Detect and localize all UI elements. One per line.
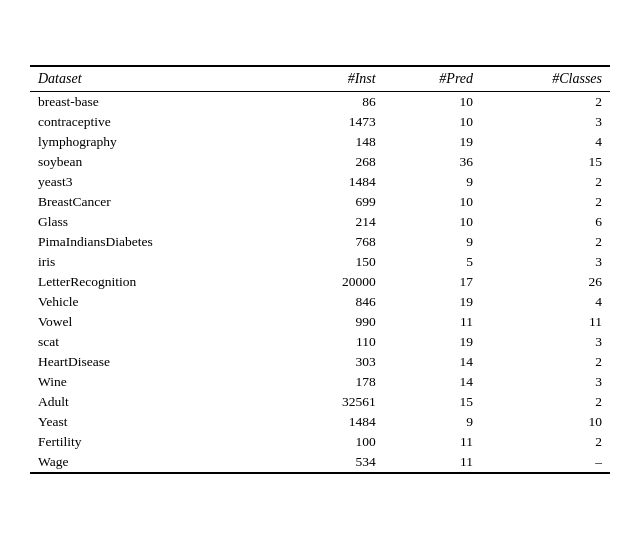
cell-pred: 10 <box>384 112 481 132</box>
cell-inst: 110 <box>286 332 383 352</box>
table-row: Fertility100112 <box>30 432 610 452</box>
table-row: contraceptive1473103 <box>30 112 610 132</box>
cell-inst: 699 <box>286 192 383 212</box>
cell-pred: 11 <box>384 312 481 332</box>
cell-classes: 2 <box>481 232 610 252</box>
cell-pred: 11 <box>384 452 481 473</box>
cell-dataset: Yeast <box>30 412 286 432</box>
cell-inst: 1484 <box>286 412 383 432</box>
table-row: Glass214106 <box>30 212 610 232</box>
table-row: Adult32561152 <box>30 392 610 412</box>
cell-dataset: HeartDisease <box>30 352 286 372</box>
cell-inst: 20000 <box>286 272 383 292</box>
cell-classes: 3 <box>481 372 610 392</box>
cell-inst: 768 <box>286 232 383 252</box>
table-row: iris15053 <box>30 252 610 272</box>
table-row: lymphography148194 <box>30 132 610 152</box>
cell-dataset: PimaIndiansDiabetes <box>30 232 286 252</box>
cell-inst: 148 <box>286 132 383 152</box>
table-row: breast-base86102 <box>30 92 610 113</box>
cell-inst: 178 <box>286 372 383 392</box>
cell-dataset: iris <box>30 252 286 272</box>
table-row: PimaIndiansDiabetes76892 <box>30 232 610 252</box>
cell-classes: 2 <box>481 192 610 212</box>
cell-inst: 150 <box>286 252 383 272</box>
cell-dataset: Vehicle <box>30 292 286 312</box>
cell-inst: 214 <box>286 212 383 232</box>
table-row: Wine178143 <box>30 372 610 392</box>
cell-classes: 3 <box>481 252 610 272</box>
cell-dataset: Adult <box>30 392 286 412</box>
cell-dataset: yeast3 <box>30 172 286 192</box>
table-row: Wage53411– <box>30 452 610 473</box>
cell-inst: 86 <box>286 92 383 113</box>
cell-pred: 14 <box>384 372 481 392</box>
table-row: Vehicle846194 <box>30 292 610 312</box>
cell-inst: 534 <box>286 452 383 473</box>
cell-classes: 15 <box>481 152 610 172</box>
cell-classes: 4 <box>481 132 610 152</box>
cell-inst: 303 <box>286 352 383 372</box>
cell-inst: 1473 <box>286 112 383 132</box>
cell-pred: 9 <box>384 412 481 432</box>
cell-classes: 2 <box>481 352 610 372</box>
table-row: LetterRecognition200001726 <box>30 272 610 292</box>
cell-inst: 846 <box>286 292 383 312</box>
cell-classes: 6 <box>481 212 610 232</box>
cell-dataset: contraceptive <box>30 112 286 132</box>
header-pred: #Pred <box>384 66 481 92</box>
table-container: Dataset #Inst #Pred #Classes breast-base… <box>30 65 610 474</box>
table-row: BreastCancer699102 <box>30 192 610 212</box>
cell-dataset: Fertility <box>30 432 286 452</box>
cell-dataset: Wine <box>30 372 286 392</box>
cell-inst: 32561 <box>286 392 383 412</box>
cell-inst: 100 <box>286 432 383 452</box>
table-row: yeast3148492 <box>30 172 610 192</box>
cell-dataset: Glass <box>30 212 286 232</box>
cell-inst: 990 <box>286 312 383 332</box>
cell-dataset: BreastCancer <box>30 192 286 212</box>
cell-classes: 3 <box>481 332 610 352</box>
cell-pred: 11 <box>384 432 481 452</box>
cell-dataset: Vowel <box>30 312 286 332</box>
cell-classes: 2 <box>481 92 610 113</box>
cell-dataset: LetterRecognition <box>30 272 286 292</box>
cell-classes: 4 <box>481 292 610 312</box>
cell-pred: 36 <box>384 152 481 172</box>
cell-dataset: breast-base <box>30 92 286 113</box>
table-row: soybean2683615 <box>30 152 610 172</box>
cell-pred: 19 <box>384 292 481 312</box>
cell-classes: 26 <box>481 272 610 292</box>
cell-classes: 2 <box>481 172 610 192</box>
cell-pred: 14 <box>384 352 481 372</box>
cell-classes: 3 <box>481 112 610 132</box>
cell-classes: 11 <box>481 312 610 332</box>
cell-pred: 19 <box>384 332 481 352</box>
cell-classes: 2 <box>481 392 610 412</box>
cell-pred: 15 <box>384 392 481 412</box>
header-dataset: Dataset <box>30 66 286 92</box>
cell-pred: 9 <box>384 232 481 252</box>
cell-classes: 10 <box>481 412 610 432</box>
table-row: Vowel9901111 <box>30 312 610 332</box>
table-row: scat110193 <box>30 332 610 352</box>
header-inst: #Inst <box>286 66 383 92</box>
cell-dataset: soybean <box>30 152 286 172</box>
cell-dataset: lymphography <box>30 132 286 152</box>
cell-pred: 10 <box>384 192 481 212</box>
cell-classes: 2 <box>481 432 610 452</box>
cell-pred: 5 <box>384 252 481 272</box>
table-header-row: Dataset #Inst #Pred #Classes <box>30 66 610 92</box>
data-table: Dataset #Inst #Pred #Classes breast-base… <box>30 65 610 474</box>
cell-pred: 10 <box>384 212 481 232</box>
cell-inst: 268 <box>286 152 383 172</box>
cell-dataset: scat <box>30 332 286 352</box>
cell-dataset: Wage <box>30 452 286 473</box>
header-classes: #Classes <box>481 66 610 92</box>
cell-classes: – <box>481 452 610 473</box>
cell-pred: 10 <box>384 92 481 113</box>
cell-pred: 19 <box>384 132 481 152</box>
table-row: HeartDisease303142 <box>30 352 610 372</box>
cell-pred: 17 <box>384 272 481 292</box>
table-row: Yeast1484910 <box>30 412 610 432</box>
